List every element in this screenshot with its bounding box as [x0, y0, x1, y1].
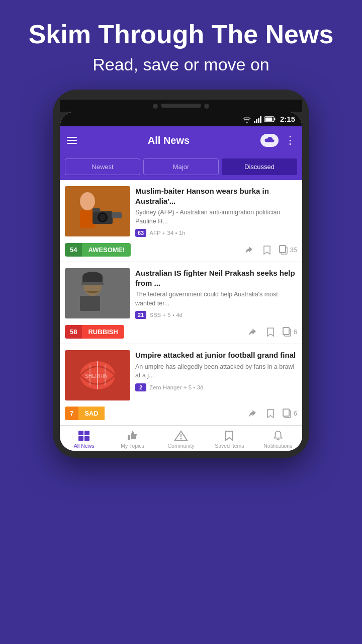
filter-tabs: Newest Major Discussed: [60, 154, 302, 180]
svg-rect-6: [265, 117, 272, 121]
news-title-1: Muslim-baiter Hanson wears burka in Aust…: [135, 186, 297, 206]
news-text-2: Australian IS fighter Neil Prakash seeks…: [135, 268, 297, 319]
svg-rect-23: [81, 282, 104, 285]
vote-label-1: AWESOME!: [82, 243, 130, 257]
svg-rect-13: [93, 208, 100, 212]
tab-discussed[interactable]: Discussed: [222, 158, 297, 175]
bookmark-icon-3[interactable]: [266, 409, 275, 419]
news-text-1: Muslim-baiter Hanson wears burka in Aust…: [135, 186, 297, 237]
news-content-3: SHERRIN Umpire attacked at junior footba…: [60, 344, 302, 405]
nav-label-all-news: All News: [74, 443, 95, 449]
meta-badge-3: 2: [135, 383, 146, 391]
vote-count-2: 58: [65, 325, 82, 339]
copy-icon-1: [279, 245, 288, 255]
svg-point-8: [80, 192, 95, 210]
phone-notch: [60, 100, 302, 112]
svg-point-12: [99, 214, 106, 221]
action-row-3: 7 SAD: [60, 405, 302, 425]
copy-group-2: 6: [283, 327, 297, 337]
meta-source-3: Zero Hanger + 5 • 3d: [149, 384, 203, 390]
tab-major[interactable]: Major: [143, 158, 219, 175]
app-bar-title: All News: [83, 135, 254, 146]
vote-label-2: RUBBISH: [82, 325, 124, 339]
bookmark-nav-icon: [225, 430, 234, 441]
thumb-img-1: [65, 186, 130, 236]
more-button[interactable]: ⋮: [285, 134, 295, 147]
svg-rect-37: [84, 431, 89, 435]
svg-rect-2: [258, 118, 259, 123]
speaker: [161, 104, 201, 108]
nav-label-my-topics: My Topics: [121, 443, 144, 449]
nav-my-topics[interactable]: My Topics: [108, 430, 156, 449]
meta-badge-2: 21: [135, 311, 146, 319]
news-content-2: Australian IS fighter Neil Prakash seeks…: [60, 262, 302, 323]
meta-badge-1: 63: [135, 229, 146, 237]
svg-text:SHERRIN: SHERRIN: [85, 373, 108, 379]
copy-count-3: 6: [294, 410, 297, 417]
action-icons-2: 6: [248, 327, 297, 337]
news-item-2[interactable]: Australian IS fighter Neil Prakash seeks…: [60, 262, 302, 344]
bell-icon: [273, 430, 284, 441]
tab-newest[interactable]: Newest: [65, 158, 140, 175]
nav-saved-items[interactable]: Saved Items: [205, 430, 253, 449]
news-thumbnail-3: SHERRIN: [65, 350, 130, 400]
action-icons-1: 35: [245, 245, 297, 255]
vote-badge-3[interactable]: 7 SAD: [65, 407, 120, 420]
action-row-1: 54 AWESOME!: [60, 241, 302, 262]
menu-button[interactable]: [67, 137, 77, 144]
news-list: Muslim-baiter Hanson wears burka in Aust…: [60, 180, 302, 426]
news-title-2: Australian IS fighter Neil Prakash seeks…: [135, 268, 297, 288]
bookmark-icon-2[interactable]: [266, 327, 275, 337]
svg-rect-38: [78, 436, 83, 441]
wifi-icon: [242, 116, 251, 123]
svg-rect-36: [78, 431, 83, 435]
news-excerpt-2: The federal government could help Austra…: [135, 290, 297, 308]
svg-rect-3: [260, 116, 261, 123]
app-bar: All News ⋮: [60, 126, 302, 154]
svg-rect-39: [84, 436, 89, 441]
vote-label-3: SAD: [78, 407, 104, 420]
nav-notifications[interactable]: Notifications: [254, 430, 302, 449]
svg-rect-0: [254, 121, 255, 123]
signal-icon: [254, 116, 262, 123]
phone-frame: 2:15 All News ⋮ Newest Major Discussed: [53, 90, 309, 458]
camera: [153, 104, 158, 109]
nav-community[interactable]: Community: [157, 430, 205, 449]
grid-icon: [78, 430, 90, 441]
vote-badge-1[interactable]: 54 AWESOME!: [65, 243, 131, 257]
status-bar: 2:15: [60, 112, 302, 126]
share-icon-2[interactable]: [248, 328, 258, 337]
news-meta-3: 2 Zero Hanger + 5 • 3d: [135, 383, 297, 391]
news-item-3[interactable]: SHERRIN Umpire attacked at junior footba…: [60, 344, 302, 426]
svg-rect-25: [283, 328, 289, 335]
svg-rect-34: [283, 409, 289, 416]
vote-count-1: 54: [65, 243, 82, 257]
vote-count-3: 7: [65, 407, 78, 420]
news-excerpt-3: An umpire has allegedly been attacked by…: [135, 363, 297, 380]
bookmark-icon-1[interactable]: [263, 245, 271, 255]
meta-source-2: SBS + 5 • 4d: [149, 312, 183, 318]
community-icon: [174, 430, 188, 441]
phone-screen: 2:15 All News ⋮ Newest Major Discussed: [60, 112, 302, 451]
app-promo-header: Skim Through The News Read, save or move…: [0, 0, 362, 90]
news-item[interactable]: Muslim-baiter Hanson wears burka in Aust…: [60, 180, 302, 262]
bottom-nav: All News My Topics Community: [60, 426, 302, 451]
thumbs-up-icon: [127, 430, 139, 441]
svg-point-41: [180, 438, 182, 440]
front-sensor: [204, 104, 209, 109]
svg-rect-14: [112, 212, 122, 218]
cloud-icon: [264, 136, 275, 144]
copy-icon-2: [283, 327, 292, 337]
action-row-2: 58 RUBBISH: [60, 323, 302, 344]
share-icon-1[interactable]: [245, 246, 255, 255]
news-meta-1: 63 AFP + 34 • 1h: [135, 229, 297, 237]
weather-button[interactable]: [260, 134, 279, 147]
news-excerpt-1: Sydney (AFP) - Australian anti-immigrati…: [135, 208, 297, 226]
clock: 2:15: [280, 115, 295, 123]
news-thumbnail-1: [65, 186, 130, 236]
battery-icon: [264, 116, 276, 122]
vote-badge-2[interactable]: 58 RUBBISH: [65, 325, 124, 339]
share-icon-3[interactable]: [248, 409, 258, 418]
copy-group-1: 35: [279, 245, 297, 255]
nav-all-news[interactable]: All News: [60, 430, 108, 449]
